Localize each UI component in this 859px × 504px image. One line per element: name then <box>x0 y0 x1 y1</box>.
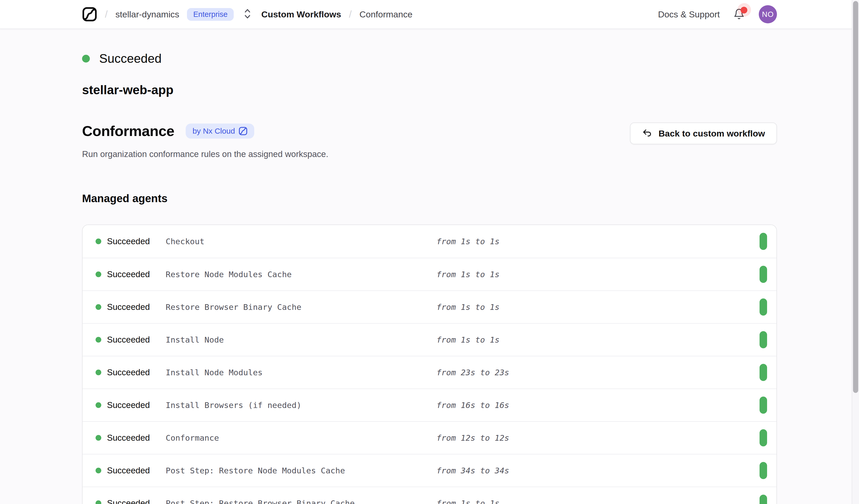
step-name: Conformance <box>166 433 437 443</box>
plan-badge: Enterprise <box>187 8 234 21</box>
step-status-label: Succeeded <box>107 335 150 345</box>
step-timing: from 1s to 1s <box>437 270 759 279</box>
nx-cloud-logo-icon[interactable] <box>82 7 97 22</box>
agent-step-row[interactable]: Succeeded Post Step: Restore Browser Bin… <box>82 487 777 504</box>
step-duration-bar <box>759 266 767 283</box>
step-name: Restore Browser Binary Cache <box>166 302 437 312</box>
undo-arrow-icon <box>642 128 652 139</box>
step-duration-bar <box>759 462 767 479</box>
step-duration-bar <box>759 495 767 504</box>
scrollbar-track[interactable] <box>852 0 859 504</box>
step-status-dot-icon <box>95 468 101 473</box>
step-timing: from 12s to 12s <box>437 433 759 443</box>
step-timing: from 23s to 23s <box>437 368 759 377</box>
step-timing: from 1s to 1s <box>437 335 759 345</box>
managed-agents-heading: Managed agents <box>82 192 777 205</box>
step-status-label: Succeeded <box>107 400 150 410</box>
step-status-dot-icon <box>95 337 101 342</box>
step-status-dot-icon <box>95 272 101 277</box>
workflow-header: Conformance by Nx Cloud Run organization… <box>82 122 328 159</box>
step-name: Install Browsers (if needed) <box>166 400 437 410</box>
step-duration-bar <box>759 364 767 381</box>
step-status-dot-icon <box>95 239 101 244</box>
step-timing: from 1s to 1s <box>437 499 759 504</box>
step-duration-bar <box>759 299 767 316</box>
agent-step-row[interactable]: Succeeded Conformance from 12s to 12s <box>82 421 777 454</box>
step-name: Post Step: Restore Browser Binary Cache <box>166 499 437 504</box>
agent-step-row[interactable]: Succeeded Restore Browser Binary Cache f… <box>82 290 777 323</box>
step-status-label: Succeeded <box>107 465 150 475</box>
nx-mini-logo-icon <box>239 127 247 136</box>
step-duration-bar <box>759 397 767 414</box>
breadcrumb-separator: / <box>105 9 108 20</box>
step-status-label: Succeeded <box>107 498 150 504</box>
breadcrumb-section[interactable]: Custom Workflows <box>261 9 341 19</box>
workflow-description: Run organization conformance rules on th… <box>82 149 328 159</box>
step-status-label: Succeeded <box>107 367 150 377</box>
step-timing: from 1s to 1s <box>437 237 759 246</box>
breadcrumb-separator: / <box>349 9 352 20</box>
top-navbar: / stellar-dynamics Enterprise Custom Wor… <box>0 0 859 29</box>
agent-step-row[interactable]: Succeeded Install Browsers (if needed) f… <box>82 388 777 421</box>
workspace-title: stellar-web-app <box>82 83 777 97</box>
back-to-custom-workflow-button[interactable]: Back to custom workflow <box>630 122 777 144</box>
agent-step-row[interactable]: Succeeded Install Node from 1s to 1s <box>82 323 777 356</box>
agent-step-row[interactable]: Succeeded Post Step: Restore Node Module… <box>82 454 777 487</box>
workflow-title: Conformance <box>82 122 174 139</box>
by-nx-cloud-label: by Nx Cloud <box>192 127 235 136</box>
main-content: Succeeded stellar-web-app Conformance by… <box>0 29 859 504</box>
step-status-label: Succeeded <box>107 302 150 312</box>
by-nx-cloud-badge[interactable]: by Nx Cloud <box>186 124 254 139</box>
step-name: Restore Node Modules Cache <box>166 270 437 279</box>
step-name: Install Node Modules <box>166 368 437 377</box>
scrollbar-thumb[interactable] <box>853 1 858 393</box>
step-name: Post Step: Restore Node Modules Cache <box>166 466 437 475</box>
step-duration-bar <box>759 429 767 446</box>
step-name: Install Node <box>166 335 437 345</box>
run-status-label: Succeeded <box>99 51 162 66</box>
step-status-label: Succeeded <box>107 433 150 443</box>
step-status-dot-icon <box>95 500 101 504</box>
agent-step-row[interactable]: Succeeded Install Node Modules from 23s … <box>82 356 777 388</box>
status-dot-icon <box>82 55 90 63</box>
breadcrumb-org[interactable]: stellar-dynamics <box>116 9 179 19</box>
breadcrumb-page: Conformance <box>359 9 412 19</box>
step-status-label: Succeeded <box>107 270 150 279</box>
agent-step-row[interactable]: Succeeded Restore Node Modules Cache fro… <box>82 258 777 290</box>
back-button-label: Back to custom workflow <box>659 128 765 139</box>
step-status-dot-icon <box>95 304 101 310</box>
step-duration-bar <box>759 233 767 250</box>
step-status-dot-icon <box>95 402 101 408</box>
step-duration-bar <box>759 331 767 348</box>
notifications-button[interactable] <box>733 8 745 21</box>
step-timing: from 16s to 16s <box>437 400 759 410</box>
avatar[interactable]: NO <box>759 5 777 24</box>
managed-agents-list: Succeeded Checkout from 1s to 1s Succeed… <box>82 225 777 504</box>
step-name: Checkout <box>166 237 437 246</box>
run-status: Succeeded <box>82 51 777 66</box>
docs-support-link[interactable]: Docs & Support <box>658 9 720 19</box>
chevrons-up-down-icon[interactable] <box>241 8 254 20</box>
step-status-dot-icon <box>95 369 101 375</box>
step-timing: from 34s to 34s <box>437 466 759 475</box>
step-timing: from 1s to 1s <box>437 302 759 312</box>
notification-dot <box>741 7 747 14</box>
step-status-label: Succeeded <box>107 236 150 246</box>
agent-step-row[interactable]: Succeeded Checkout from 1s to 1s <box>82 225 777 258</box>
step-status-dot-icon <box>95 435 101 441</box>
